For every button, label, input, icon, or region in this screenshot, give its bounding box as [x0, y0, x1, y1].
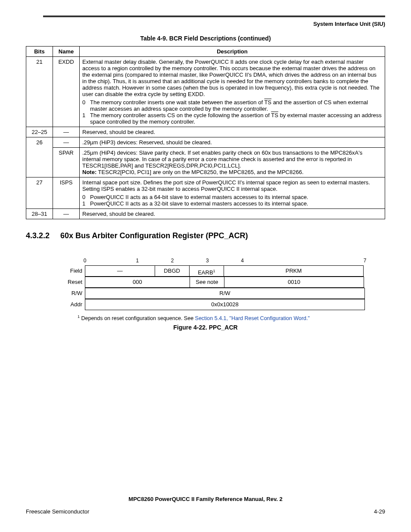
reg-row-addr: Addr 0x0x10028 [46, 299, 365, 310]
footer-right: 4-29 [374, 508, 385, 515]
table-row: 26 — .29µm (HiP3) devices: Reserved, sho… [26, 137, 385, 148]
cell-name: — [53, 127, 80, 137]
table-row: SPAR .25µm (HiP4) devices: Slave parity … [26, 148, 385, 177]
field-dbgd: DBGD [155, 265, 190, 277]
note-text: TESCR2[PCI0, PCI1] are only on the MPC82… [97, 169, 303, 175]
page-footer: MPC8260 PowerQUICC II Family Reference M… [26, 496, 385, 515]
section-title: 60x Bus Arbiter Configuration Register (… [60, 231, 248, 240]
list-item: 1 The memory controller asserts CS on th… [82, 112, 382, 125]
bitnum: 4 [241, 258, 244, 264]
page: System Interface Unit (SIU) Table 4-9. B… [0, 0, 411, 532]
reg-row-reset: Reset 000 See note 0010 [46, 277, 365, 288]
table-row: 27 ISPS Internal space port size. Define… [26, 177, 385, 209]
list-item: 0 PowerQUICC II acts as a 64-bit slave t… [82, 194, 382, 200]
cell-name: ISPS [53, 177, 80, 209]
desc-body: Internal space port size. Defines the po… [82, 179, 370, 192]
section-heading: 4.3.2.2 60x Bus Arbiter Configuration Re… [26, 231, 385, 240]
table-row: 22–25 — Reserved, should be cleared. [26, 127, 385, 137]
bitnum: 3 [206, 258, 209, 264]
footnote-ref: 1 [213, 269, 215, 273]
cell-bits: 26 [26, 137, 53, 177]
bitnum: 0 [84, 258, 87, 264]
bit-numbers: 0 1 2 3 4 7 [85, 258, 365, 265]
col-name: Name [53, 47, 80, 57]
table-header-row: Bits Name Description [26, 47, 385, 57]
row-label: R/W [46, 288, 85, 299]
list-item: 0 The memory controller inserts one wait… [82, 99, 382, 112]
cell-name: SPAR [53, 148, 80, 177]
txt: The memory controller asserts CS on the … [90, 112, 271, 118]
field-prkm: PRKM [224, 265, 364, 277]
figure-caption: Figure 4-22. PPC_ACR [26, 324, 385, 331]
cell-bits: 28–31 [26, 209, 53, 219]
table-row: 28–31 — Reserved, should be cleared. [26, 209, 385, 219]
list-text: The memory controller inserts one wait s… [90, 99, 382, 112]
cell-name: — [53, 209, 80, 219]
bitnum: 2 [171, 258, 174, 264]
field-earb: EARB1 [189, 265, 224, 277]
cell-desc: Reserved, should be cleared. [80, 209, 385, 219]
cell-bits: 22–25 [26, 127, 53, 137]
section-number: 4.3.2.2 [26, 231, 60, 240]
list-num: 0 [82, 194, 90, 200]
list-num: 1 [82, 112, 90, 125]
footnote-text: Depends on reset configuration sequence.… [80, 315, 195, 321]
cell-desc: Internal space port size. Defines the po… [80, 177, 385, 209]
reset-val: See note [190, 277, 224, 288]
rw-val: R/W [85, 288, 365, 299]
list-text: The memory controller asserts CS on the … [90, 112, 382, 125]
row-label: Reset [46, 277, 85, 288]
register-diagram: 0 1 2 3 4 7 Field — DBGD EARB1 PRKM Rese… [46, 258, 365, 310]
desc-body: .25µm (HiP4) devices: Slave parity check… [82, 149, 362, 169]
cell-desc: .25µm (HiP4) devices: Slave parity check… [80, 148, 385, 177]
cell-bits: 27 [26, 177, 53, 209]
footer-left: Freescale Semiconductor [26, 508, 89, 515]
reg-row-field: Field — DBGD EARB1 PRKM [46, 265, 365, 277]
col-desc: Description [80, 47, 385, 57]
manual-title: MPC8260 PowerQUICC II Family Reference M… [26, 496, 385, 502]
bcr-table: Bits Name Description 21 EXDD External m… [26, 46, 385, 219]
cell-name: — [53, 137, 80, 148]
list-text: PowerQUICC II acts as a 64-bit slave to … [90, 194, 382, 200]
list-num: 0 [82, 99, 90, 112]
list-item: 1 PowerQUICC II acts as a 32-bit slave t… [82, 200, 382, 207]
bitnum: 7 [364, 258, 367, 264]
desc-body: External master delay disable. Generally… [82, 59, 380, 97]
table-caption: Table 4-9. BCR Field Descriptions (conti… [26, 35, 385, 42]
signal-ts: TS [264, 99, 271, 106]
note-label: Note: [82, 169, 97, 175]
reset-val: 000 [85, 277, 190, 288]
table-row: 21 EXDD External master delay disable. G… [26, 57, 385, 127]
cell-desc: .29µm (HiP3) devices: Reserved, should b… [80, 137, 385, 148]
desc-list: 0 The memory controller inserts one wait… [82, 99, 382, 125]
running-header: System Interface Unit (SIU) [26, 21, 385, 27]
row-label: Field [46, 265, 85, 277]
cell-bits: 21 [26, 57, 53, 127]
bitnum: 1 [136, 258, 139, 264]
reset-val: 0010 [224, 277, 364, 288]
cell-desc: External master delay disable. Generally… [80, 57, 385, 127]
txt: The memory controller inserts one wait s… [90, 99, 264, 106]
reg-row-rw: R/W R/W [46, 288, 365, 299]
xref-link[interactable]: Section 5.4.1, "Hard Reset Configuration… [195, 315, 310, 321]
signal-ts: TS [271, 112, 278, 118]
txt: EARB [198, 269, 213, 276]
top-rule [43, 16, 385, 17]
cell-desc: Reserved, should be cleared. [80, 127, 385, 137]
cell-name: EXDD [53, 57, 80, 127]
field-reserved: — [85, 265, 155, 277]
col-bits: Bits [26, 47, 53, 57]
list-text: PowerQUICC II acts as a 32-bit slave to … [90, 200, 382, 207]
addr-val: 0x0x10028 [85, 299, 365, 310]
footnote: 1 Depends on reset configuration sequenc… [78, 314, 385, 321]
desc-list: 0 PowerQUICC II acts as a 64-bit slave t… [82, 194, 382, 207]
list-num: 1 [82, 200, 90, 207]
row-label: Addr [46, 299, 85, 310]
